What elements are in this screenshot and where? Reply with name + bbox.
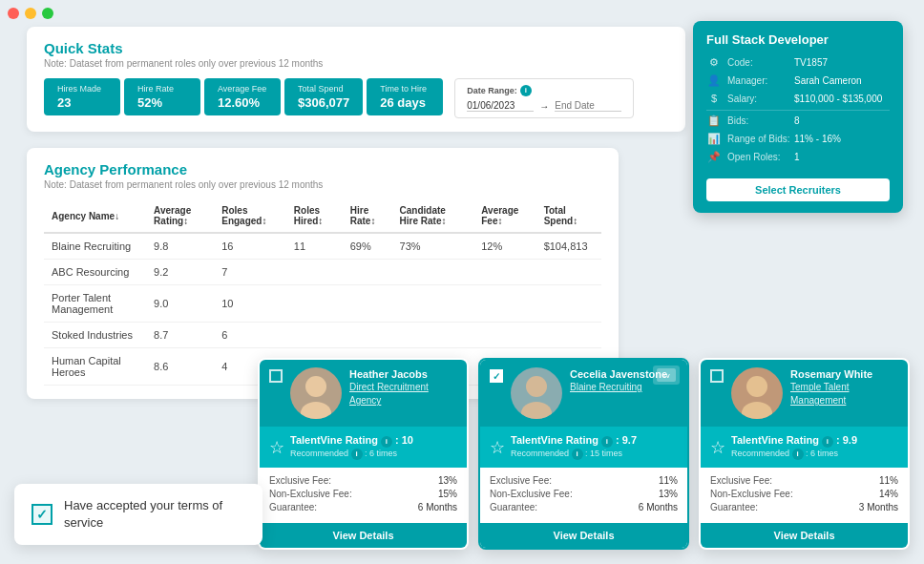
bids-icon: 📋 bbox=[706, 115, 722, 127]
table-header-row: Agency Name↓ Average Rating↕ Roles Engag… bbox=[44, 199, 601, 233]
card-fees: Exclusive Fee: 11% Non-Exclusive Fee: 14… bbox=[701, 468, 908, 523]
view-details-button[interactable]: View Details bbox=[701, 523, 908, 548]
quick-stats-panel: Quick Stats Note: Dataset from permanent… bbox=[27, 27, 685, 132]
recommended-text: Recommended i : 15 times bbox=[511, 449, 637, 460]
recommended-text: Recommended i : 6 times bbox=[290, 449, 413, 460]
date-range-info-icon[interactable]: i bbox=[520, 85, 532, 96]
card-header: Cecelia Javenstone Blaine Recruiting TV bbox=[480, 360, 687, 427]
job-card-popup: Full Stack Developer ⚙ Code: TV1857 👤 Ma… bbox=[693, 21, 903, 213]
job-range-of-bids-row: 📊 Range of Bids: 11% - 16% bbox=[706, 133, 890, 145]
job-salary-row: $ Salary: $110,000 - $135,000 bbox=[706, 93, 890, 104]
rating-text: TalentVine Rating i : 9.9 bbox=[731, 434, 857, 448]
rating-info-icon[interactable]: i bbox=[822, 436, 833, 448]
guarantee-row: Guarantee: 3 Months bbox=[710, 502, 898, 512]
agency-link[interactable]: Direct Recruitment Agency bbox=[349, 381, 457, 407]
stat-hire-rate: Hire Rate 52% bbox=[124, 78, 200, 115]
guarantee-row: Guarantee: 6 Months bbox=[490, 502, 678, 512]
agency-performance-title: Agency Performance bbox=[44, 161, 601, 178]
stat-hires-made: Hires Made 23 bbox=[44, 78, 120, 115]
card-header: Heather Jacobs Direct Recruitment Agency bbox=[260, 360, 467, 427]
card-rating-section: ☆ TalentVine Rating i : 10 Recommended i… bbox=[260, 427, 467, 468]
agency-link[interactable]: Temple Talent Management bbox=[790, 381, 898, 407]
start-date-input[interactable] bbox=[467, 100, 534, 112]
recommended-info-icon[interactable]: i bbox=[351, 449, 363, 460]
salary-icon: $ bbox=[706, 93, 722, 104]
job-code-row: ⚙ Code: TV1857 bbox=[706, 56, 890, 69]
non-exclusive-fee-row: Non-Exclusive Fee: 13% bbox=[490, 489, 678, 499]
non-exclusive-fee-row: Non-Exclusive Fee: 14% bbox=[710, 489, 898, 499]
table-row: Stoked Industries 8.7 6 bbox=[44, 323, 601, 348]
table-row: Porter Talent Management 9.0 10 bbox=[44, 285, 601, 323]
recommended-info-icon[interactable]: i bbox=[792, 449, 804, 460]
star-icon: ☆ bbox=[710, 437, 725, 458]
svg-point-4 bbox=[526, 376, 547, 397]
terms-box: ✓ Have accepted your terms of service bbox=[14, 484, 262, 545]
recruiter-card: Heather Jacobs Direct Recruitment Agency… bbox=[258, 358, 469, 550]
avatar bbox=[511, 367, 562, 419]
card-info: Rosemary White Temple Talent Management bbox=[790, 367, 898, 407]
stat-total-spend: Total Spend $306,077 bbox=[284, 78, 363, 115]
stat-average-fee: Average Fee 12.60% bbox=[204, 78, 281, 115]
terms-text: Have accepted your terms of service bbox=[64, 497, 245, 532]
end-date-input[interactable] bbox=[555, 100, 621, 112]
star-icon: ☆ bbox=[269, 437, 284, 458]
col-roles-engaged[interactable]: Roles Engaged↕ bbox=[214, 199, 286, 233]
recruiter-name: Heather Jacobs bbox=[349, 367, 457, 381]
rating-info-icon[interactable]: i bbox=[601, 436, 613, 448]
card-info: Heather Jacobs Direct Recruitment Agency bbox=[349, 367, 457, 407]
non-exclusive-fee-row: Non-Exclusive Fee: 15% bbox=[269, 489, 457, 499]
rating-text: TalentVine Rating i : 9.7 bbox=[511, 434, 637, 448]
svg-point-9 bbox=[746, 376, 767, 397]
open-roles-icon: 📌 bbox=[706, 151, 722, 163]
svg-point-1 bbox=[305, 376, 326, 397]
avatar bbox=[731, 367, 783, 419]
agency-performance-note: Note: Dataset from permanent roles only … bbox=[44, 179, 601, 190]
date-range-box: Date Range: i → bbox=[454, 78, 634, 118]
rating-text: TalentVine Rating i : 10 bbox=[290, 434, 413, 448]
col-agency-name[interactable]: Agency Name↓ bbox=[44, 199, 146, 233]
close-dot[interactable] bbox=[8, 8, 19, 19]
exclusive-fee-row: Exclusive Fee: 11% bbox=[490, 475, 678, 486]
card-rating-section: ☆ TalentVine Rating i : 9.7 Recommended … bbox=[480, 427, 687, 468]
stat-time-to-hire: Time to Hire 26 days bbox=[367, 78, 443, 115]
rating-info-icon[interactable]: i bbox=[381, 436, 392, 448]
col-hire-rate[interactable]: Hire Rate↕ bbox=[343, 199, 392, 233]
manager-icon: 👤 bbox=[706, 74, 722, 87]
card-fees: Exclusive Fee: 13% Non-Exclusive Fee: 15… bbox=[260, 468, 467, 523]
view-details-button[interactable]: View Details bbox=[260, 523, 467, 548]
col-avg-rating[interactable]: Average Rating↕ bbox=[146, 199, 214, 233]
select-recruiters-button[interactable]: Select Recruiters bbox=[706, 178, 890, 201]
quick-stats-note: Note: Dataset from permanent roles only … bbox=[44, 58, 668, 69]
card-select-checkbox[interactable] bbox=[269, 369, 283, 383]
guarantee-row: Guarantee: 6 Months bbox=[269, 502, 457, 512]
exclusive-fee-row: Exclusive Fee: 13% bbox=[269, 475, 457, 486]
svg-text:TV: TV bbox=[662, 373, 670, 379]
table-row: Blaine Recruiting 9.8 16 11 69% 73% 12% … bbox=[44, 233, 601, 260]
date-arrow-icon: → bbox=[539, 101, 549, 112]
star-icon: ☆ bbox=[490, 437, 505, 458]
terms-checkbox[interactable]: ✓ bbox=[32, 504, 52, 525]
job-manager-row: 👤 Manager: Sarah Cameron bbox=[706, 74, 890, 87]
minimize-dot[interactable] bbox=[25, 8, 36, 19]
quick-stats-title: Quick Stats bbox=[44, 40, 668, 56]
col-roles-hired[interactable]: Roles Hired↕ bbox=[286, 199, 343, 233]
card-fees: Exclusive Fee: 11% Non-Exclusive Fee: 13… bbox=[480, 468, 687, 523]
job-open-roles-row: 📌 Open Roles: 1 bbox=[706, 151, 890, 163]
card-header: Rosemary White Temple Talent Management bbox=[701, 360, 908, 427]
avatar bbox=[290, 367, 342, 419]
view-details-button[interactable]: View Details bbox=[480, 523, 687, 548]
col-avg-fee[interactable]: Average Fee↕ bbox=[473, 199, 536, 233]
stats-row: Hires Made 23 Hire Rate 52% Average Fee … bbox=[44, 78, 668, 118]
recruiter-card: Rosemary White Temple Talent Management … bbox=[699, 358, 910, 550]
col-candidate-hire-rate[interactable]: Candidate Hire Rate↕ bbox=[392, 199, 474, 233]
check-icon: ✓ bbox=[36, 507, 48, 522]
job-card-title: Full Stack Developer bbox=[706, 32, 890, 47]
card-select-checkbox[interactable] bbox=[710, 369, 724, 383]
recruiter-cards-row: Heather Jacobs Direct Recruitment Agency… bbox=[258, 358, 910, 550]
job-bids-row: 📋 Bids: 8 bbox=[706, 115, 890, 127]
col-total-spend[interactable]: Total Spend↕ bbox=[536, 199, 601, 233]
maximize-dot[interactable] bbox=[42, 8, 53, 19]
recommended-info-icon[interactable]: i bbox=[572, 449, 583, 460]
agency-logo: TV bbox=[653, 366, 680, 385]
card-select-checkbox[interactable] bbox=[490, 369, 503, 383]
